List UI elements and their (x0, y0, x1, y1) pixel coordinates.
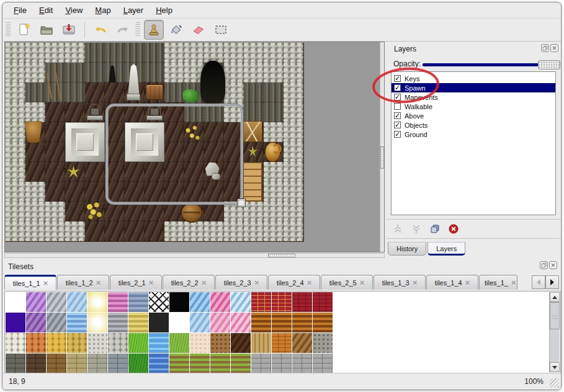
close-panel-button[interactable] (549, 261, 557, 269)
map-tile[interactable] (244, 102, 264, 122)
map-tile[interactable] (25, 182, 45, 202)
close-tab-icon[interactable]: × (511, 280, 516, 286)
undo-button[interactable] (91, 20, 110, 40)
map-tile[interactable] (284, 162, 303, 182)
map-tile[interactable] (6, 162, 25, 182)
map-tile[interactable] (264, 202, 284, 221)
tileset-tab-tiles_2_3[interactable]: tiles_2_3× (215, 275, 267, 290)
tile-3-6[interactable] (128, 354, 148, 373)
close-tab-icon[interactable]: × (465, 280, 470, 286)
tile-3-4[interactable] (87, 354, 107, 373)
map-tile[interactable] (25, 43, 45, 63)
tile-2-15[interactable] (313, 333, 333, 353)
tile-1-2[interactable] (47, 313, 66, 332)
map-tile[interactable] (6, 82, 25, 102)
tile-1-0[interactable] (6, 313, 25, 332)
map-tile[interactable] (264, 162, 284, 182)
map-tile[interactable] (6, 63, 25, 82)
map-tile[interactable] (264, 43, 284, 63)
tile-1-3[interactable] (67, 313, 87, 332)
map-tile[interactable] (125, 43, 145, 63)
tile-3-1[interactable] (26, 354, 46, 373)
map-horizontal-scrollbar[interactable] (4, 253, 385, 258)
map-tile[interactable] (6, 142, 25, 162)
layer-visibility-checkbox[interactable]: ✓ (394, 94, 401, 100)
map-canvas[interactable] (6, 43, 304, 242)
tile-3-13[interactable] (272, 354, 292, 373)
menu-edit[interactable]: Edit (33, 4, 59, 17)
map-tile[interactable] (85, 162, 105, 182)
scrollbar-thumb[interactable] (268, 254, 295, 257)
map-tile[interactable] (284, 82, 303, 102)
select-tool-button[interactable] (211, 20, 231, 40)
map-tile[interactable] (105, 221, 125, 241)
tile-2-0[interactable] (6, 333, 25, 353)
map-tile[interactable] (284, 63, 303, 82)
close-panel-button[interactable] (550, 44, 558, 52)
layer-visibility-checkbox[interactable]: ✓ (394, 75, 401, 82)
tile-0-3[interactable] (67, 292, 87, 312)
map-tile[interactable] (6, 122, 25, 142)
opacity-slider-handle[interactable] (538, 60, 560, 69)
map-tile[interactable] (25, 142, 45, 162)
delete-layer-button[interactable] (447, 223, 460, 235)
tile-0-15[interactable] (313, 292, 333, 312)
eraser-tool-button[interactable] (189, 20, 208, 40)
map-tile[interactable] (264, 221, 284, 241)
map-tile[interactable] (85, 221, 105, 241)
tile-1-1[interactable] (26, 313, 46, 332)
layer-row-walkable[interactable]: Walkable (392, 102, 555, 111)
map-tile[interactable] (224, 43, 244, 63)
map-tile[interactable] (6, 182, 25, 202)
tile-0-14[interactable] (292, 292, 312, 312)
close-tab-icon[interactable]: × (254, 280, 259, 286)
tileset-vertical-scrollbar[interactable] (549, 292, 560, 372)
menu-file[interactable]: File (7, 4, 33, 17)
tile-1-10[interactable] (210, 313, 230, 332)
tile-2-6[interactable] (128, 333, 148, 353)
tile-3-12[interactable] (251, 354, 271, 373)
resize-grip[interactable] (550, 378, 559, 388)
tile-1-5[interactable] (108, 313, 128, 332)
map-tile[interactable] (244, 43, 264, 63)
tile-0-5[interactable] (108, 292, 128, 312)
scroll-down-button[interactable] (550, 362, 560, 372)
menu-view[interactable]: View (59, 4, 89, 17)
tile-1-9[interactable] (190, 313, 210, 332)
toolbar-grip[interactable] (6, 22, 11, 37)
tile-0-0[interactable] (6, 292, 25, 312)
tile-0-12[interactable] (251, 292, 271, 312)
map-tile[interactable] (6, 202, 25, 221)
map-tile[interactable] (164, 82, 184, 102)
map-tile[interactable] (244, 221, 264, 241)
tile-0-10[interactable] (210, 292, 230, 312)
tile-3-14[interactable] (292, 354, 312, 373)
tile-2-5[interactable] (108, 333, 128, 353)
map-tile[interactable] (45, 102, 65, 122)
close-tab-icon[interactable]: × (307, 280, 312, 286)
tile-3-3[interactable] (67, 354, 87, 373)
map-tile[interactable] (65, 43, 85, 63)
map-tile[interactable] (184, 43, 204, 63)
selection-resize-handle[interactable] (237, 198, 246, 207)
tile-2-14[interactable] (292, 333, 312, 353)
close-tab-icon[interactable]: × (413, 280, 418, 286)
map-tile[interactable] (125, 221, 145, 241)
tile-2-9[interactable] (190, 333, 210, 353)
tileset-tab-tiles_1_2[interactable]: tiles_1_2× (57, 275, 109, 290)
map-tile[interactable] (264, 182, 284, 202)
scroll-tabs-left-button[interactable] (532, 275, 545, 289)
map-tile[interactable] (284, 142, 303, 162)
map-tile[interactable] (25, 63, 45, 82)
tile-0-1[interactable] (26, 292, 46, 312)
tileset-tab-tiles_2_5[interactable]: tiles_2_5× (321, 275, 373, 290)
close-tab-icon[interactable]: × (96, 280, 101, 286)
toolbar-grip[interactable] (135, 22, 140, 37)
menu-help[interactable]: Help (150, 4, 179, 17)
map-tile[interactable] (145, 43, 164, 63)
map-vertical-scrollbar[interactable] (380, 42, 384, 252)
tile-0-11[interactable] (231, 292, 251, 312)
tile-0-4[interactable] (87, 292, 107, 312)
map-tile[interactable] (85, 182, 105, 202)
map-tile[interactable] (164, 43, 184, 63)
